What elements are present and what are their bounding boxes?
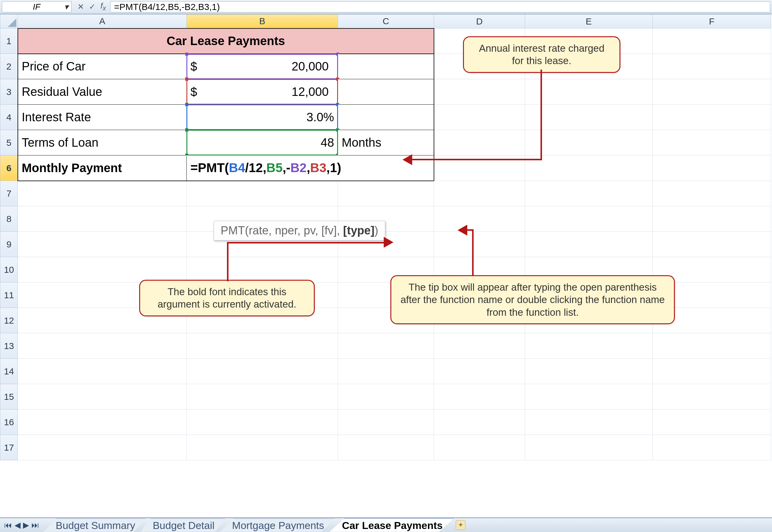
cell-E14[interactable] [525,359,653,384]
cell-B17[interactable] [187,435,338,460]
col-header-E[interactable]: E [525,15,653,28]
row-header-1[interactable]: 1 [0,28,18,54]
cell-F6[interactable] [653,155,771,181]
cell-A6[interactable]: Monthly Payment [18,155,187,181]
row-header-11[interactable]: 11 [0,282,18,308]
row-header-12[interactable]: 12 [0,308,18,333]
row-header-5[interactable]: 5 [0,130,18,155]
cell-F8[interactable] [653,206,771,232]
row-header-6[interactable]: 6 [0,155,18,181]
row-header-10[interactable]: 10 [0,257,18,282]
cell-A17[interactable] [18,435,187,460]
cell-B15[interactable] [187,384,338,410]
cell-E3[interactable] [525,79,653,105]
cell-B4[interactable]: 3.0% [187,105,338,130]
cell-C17[interactable] [338,435,434,460]
cell-E13[interactable] [525,333,653,359]
cell-B13[interactable] [187,333,338,359]
tab-car-lease-payments[interactable]: Car Lease Payments [329,518,454,532]
row-header-14[interactable]: 14 [0,359,18,384]
cell-C14[interactable] [338,359,434,384]
fx-icon[interactable]: fx [100,1,106,12]
row-header-9[interactable]: 9 [0,232,18,257]
col-header-B[interactable]: B [187,15,338,28]
cell-B5[interactable]: 48 [187,130,338,155]
tab-budget-summary[interactable]: Budget Summary [44,518,146,532]
title-cell[interactable]: Car Lease Payments [18,28,434,54]
row-header-2[interactable]: 2 [0,54,18,79]
cell-A8[interactable] [18,206,187,232]
cell-C13[interactable] [338,333,434,359]
cell-A4[interactable]: Interest Rate [18,105,187,130]
tab-mortgage-payments[interactable]: Mortgage Payments [220,518,335,532]
cell-C5[interactable]: Months [338,130,434,155]
cell-F7[interactable] [653,181,771,206]
insert-sheet-button[interactable]: ✦ [456,520,466,530]
row-header-13[interactable]: 13 [0,333,18,359]
col-header-F[interactable]: F [653,15,771,28]
cell-A16[interactable] [18,410,187,435]
row-header-16[interactable]: 16 [0,410,18,435]
row-header-7[interactable]: 7 [0,181,18,206]
cell-F4[interactable] [653,105,771,130]
cell-E4[interactable] [525,105,653,130]
cell-D7[interactable] [434,181,525,206]
row-header-17[interactable]: 17 [0,435,18,460]
cell-E7[interactable] [525,181,653,206]
cell-D8[interactable] [434,206,525,232]
cell-A3[interactable]: Residual Value [18,79,187,105]
cell-C4[interactable] [338,105,434,130]
cell-E15[interactable] [525,384,653,410]
cell-F9[interactable] [653,232,771,257]
tab-nav-last-icon[interactable]: ⏭ [31,521,39,530]
cell-D9[interactable] [434,232,525,257]
tab-nav-first-icon[interactable]: ⏮ [4,521,12,530]
cell-C2[interactable] [338,54,434,79]
cell-B6-editing[interactable]: =PMT(B4/12,B5,-B2,B3,1) [187,155,434,181]
row-header-15[interactable]: 15 [0,384,18,410]
select-all-corner[interactable] [0,15,18,28]
cell-E6[interactable] [525,155,653,181]
cell-C3[interactable] [338,79,434,105]
cell-F5[interactable] [653,130,771,155]
cell-D13[interactable] [434,333,525,359]
cell-D4[interactable] [434,105,525,130]
tab-nav-prev-icon[interactable]: ◀ [15,521,21,530]
cell-C7[interactable] [338,181,434,206]
cell-F13[interactable] [653,333,771,359]
col-header-C[interactable]: C [338,15,434,28]
cell-E8[interactable] [525,206,653,232]
name-box[interactable]: IF ▾ [2,1,71,12]
enter-icon[interactable]: ✓ [89,2,96,11]
cell-B16[interactable] [187,410,338,435]
cell-E17[interactable] [525,435,653,460]
cell-F14[interactable] [653,359,771,384]
cell-B7[interactable] [187,181,338,206]
cell-E16[interactable] [525,410,653,435]
tab-nav-next-icon[interactable]: ▶ [23,521,29,530]
cell-A2[interactable]: Price of Car [18,54,187,79]
cancel-icon[interactable]: ✕ [77,2,84,11]
cell-C15[interactable] [338,384,434,410]
cell-D16[interactable] [434,410,525,435]
cell-A10[interactable] [18,257,187,282]
cell-B14[interactable] [187,359,338,384]
col-header-A[interactable]: A [18,15,187,28]
cell-D17[interactable] [434,435,525,460]
cell-B10[interactable] [187,257,338,282]
cell-B3[interactable]: $12,000 [187,79,338,105]
cell-E5[interactable] [525,130,653,155]
cell-F15[interactable] [653,384,771,410]
cell-F17[interactable] [653,435,771,460]
cell-A9[interactable] [18,232,187,257]
cell-C16[interactable] [338,410,434,435]
cell-A14[interactable] [18,359,187,384]
cell-D15[interactable] [434,384,525,410]
cell-F2[interactable] [653,54,771,79]
formula-input[interactable]: =PMT(B4/12,B5,-B2,B3,1) [110,1,770,12]
cell-F1[interactable] [653,28,771,54]
row-header-4[interactable]: 4 [0,105,18,130]
cell-F16[interactable] [653,410,771,435]
cell-D3[interactable] [434,79,525,105]
cell-B2[interactable]: $20,000 [187,54,338,79]
